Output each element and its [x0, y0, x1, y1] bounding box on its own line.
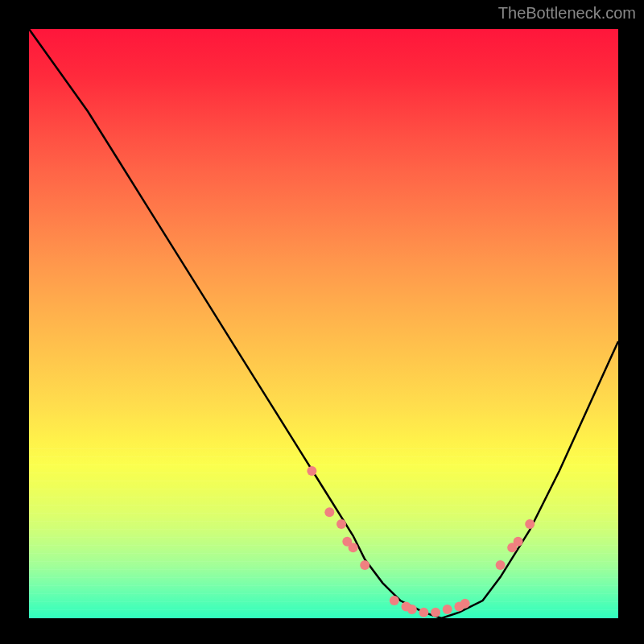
- scatter-point: [360, 560, 369, 570]
- scatter-point: [525, 519, 535, 529]
- scatter-point: [443, 605, 452, 614]
- scatter-point: [349, 543, 358, 552]
- scatter-point: [324, 507, 334, 517]
- scatter-point: [460, 599, 470, 609]
- scatter-point: [514, 537, 523, 547]
- chart-page: TheBottleneck.com: [0, 0, 644, 644]
- scatter-point: [336, 519, 346, 529]
- scatter-point: [431, 608, 440, 617]
- plot-area: [29, 29, 618, 618]
- watermark-text: TheBottleneck.com: [498, 4, 636, 23]
- scatter-points: [307, 466, 535, 617]
- scatter-point: [407, 605, 417, 614]
- scatter-point: [496, 560, 506, 570]
- bottleneck-curve: [29, 29, 618, 618]
- scatter-point: [390, 596, 399, 605]
- chart-svg: [29, 29, 618, 618]
- scatter-point: [307, 466, 316, 476]
- scatter-point: [419, 608, 428, 617]
